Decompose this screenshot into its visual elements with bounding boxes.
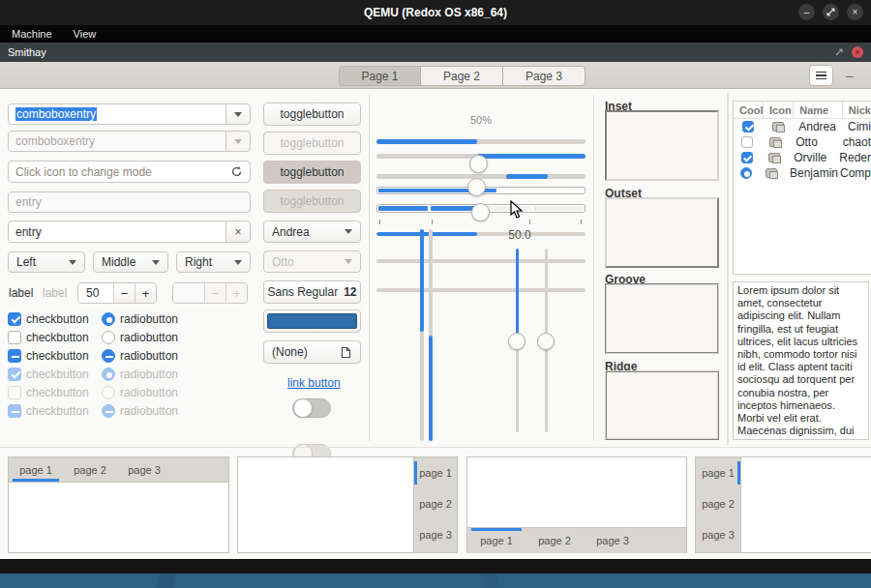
dropdown-right-value: Right [185, 255, 212, 269]
switch-off[interactable] [292, 398, 331, 418]
icon-entry-input[interactable]: Click icon to change mode [8, 161, 251, 183]
compositor-close-icon[interactable]: × [852, 46, 863, 58]
radiobutton-unselected-disabled: radiobutton [102, 386, 178, 399]
nb-bottom-tab-page-1[interactable]: page 1 [467, 528, 526, 553]
radio-selected-icon[interactable] [102, 312, 115, 326]
spin-increment-button[interactable]: + [135, 283, 156, 303]
compositor-resize-icon[interactable] [834, 47, 844, 57]
treeview[interactable]: Cool Icon Name Nick Andrea Cimi Otto cha… [733, 101, 871, 275]
progressbar-ltr [376, 139, 586, 144]
notebook-tabs-top: page 1 page 2 page 3 [8, 456, 229, 553]
table-row[interactable]: Benjamin Comp [734, 165, 871, 181]
tree-col-cool[interactable]: Cool [734, 102, 764, 118]
nb-top-tab-page-2[interactable]: page 2 [63, 457, 117, 482]
checkbutton-checked[interactable]: checkbutton [8, 312, 102, 326]
checkbox-checked-icon[interactable] [8, 312, 21, 326]
tab-page-2[interactable]: Page 2 [421, 66, 503, 86]
table-row[interactable]: Orville Reder [734, 150, 871, 165]
checkbox-checked-icon[interactable] [742, 121, 754, 132]
tab-page-3[interactable]: Page 3 [503, 66, 586, 86]
nb-top-content [9, 483, 228, 552]
scale-mark [379, 220, 380, 224]
scale-value-label: 50.0 [500, 228, 539, 242]
nb-bottom-tab-page-3[interactable]: page 3 [584, 528, 642, 553]
spin-decrement-button-disabled: − [204, 283, 225, 303]
radio-mixed-icon [102, 404, 115, 418]
nb-left-tab-page-2[interactable]: page 2 [696, 488, 740, 519]
hscale-1-track[interactable] [376, 232, 586, 236]
menu-machine[interactable]: Machine [12, 28, 52, 40]
checkbutton-unchecked[interactable]: checkbutton [8, 331, 102, 344]
close-icon: × [234, 225, 241, 239]
nb-right-tab-page-2[interactable]: page 2 [414, 488, 457, 519]
spinbutton-value[interactable]: 50 [78, 283, 113, 303]
chevron-down-icon [152, 260, 160, 265]
tree-col-name[interactable]: Name [794, 102, 843, 118]
nb-left-tab-page-3[interactable]: page 3 [696, 519, 740, 550]
chevron-down-icon [69, 260, 76, 265]
radio-unselected-icon[interactable] [102, 331, 115, 344]
togglebutton-normal[interactable]: togglebutton [263, 103, 361, 126]
hscale-2-track[interactable] [376, 259, 586, 263]
checkbox-checked-icon[interactable] [741, 152, 753, 163]
checkbutton-mixed-disabled: checkbutton [8, 404, 102, 418]
menu-view[interactable]: View [74, 28, 97, 40]
radio-mixed-icon[interactable] [102, 349, 115, 363]
tab-page-1[interactable]: Page 1 [339, 66, 421, 86]
entry-input[interactable]: entry [8, 220, 226, 243]
checkbox-unchecked-icon[interactable] [8, 331, 21, 344]
radiobutton-selected[interactable]: radiobutton [102, 312, 178, 326]
dropdown-left[interactable]: Left [8, 251, 85, 273]
scale-mark [432, 220, 433, 224]
notebook-left-strip: page 1 page 2 page 3 [696, 457, 741, 552]
hscale-3-track[interactable] [376, 288, 586, 292]
table-row[interactable]: Otto chaot [734, 134, 871, 150]
nb-right-tab-page-3[interactable]: page 3 [414, 519, 457, 550]
hscale-2-knob[interactable] [467, 178, 486, 196]
togglebutton-active[interactable]: togglebutton [263, 161, 361, 184]
switch-knob[interactable] [293, 398, 313, 418]
dropdown-middle[interactable]: Middle [93, 251, 168, 273]
dropdown-right[interactable]: Right [176, 251, 251, 273]
vscale-1-knob[interactable] [508, 333, 526, 350]
tree-col-icon[interactable]: Icon [764, 102, 794, 118]
radiobutton-mixed-disabled: radiobutton [102, 404, 178, 418]
nb-left-tab-page-1[interactable]: page 1 [696, 457, 740, 488]
hscale-3-knob[interactable] [471, 203, 490, 221]
entry-clear-button[interactable]: × [225, 220, 251, 243]
checkbutton-mixed[interactable]: checkbutton [8, 349, 102, 363]
combobox-entry-input[interactable]: comboboxentry [8, 103, 226, 125]
compositor-titlebar: Smithay × [0, 43, 871, 62]
window-close-icon[interactable]: × [847, 4, 863, 20]
app-chooser-button[interactable]: (None) [263, 340, 361, 364]
change-mode-icon[interactable] [230, 165, 243, 178]
hscale-1-knob[interactable] [469, 155, 488, 173]
combobox-entry-disabled-dropdown-button [225, 131, 251, 152]
headerbar-minimize-icon[interactable]: – [846, 68, 854, 83]
link-button[interactable]: link button [287, 376, 341, 390]
spin-decrement-button[interactable]: − [113, 283, 135, 303]
nb-top-tab-page-1[interactable]: page 1 [9, 457, 63, 482]
notebook-bottom-strip: page 1 page 2 page 3 [467, 527, 686, 553]
nb-bottom-tab-page-2[interactable]: page 2 [526, 528, 584, 553]
radiobutton-mixed[interactable]: radiobutton [102, 349, 178, 363]
color-button[interactable] [263, 309, 361, 333]
hamburger-menu-button[interactable] [809, 65, 833, 86]
radiobutton-unselected[interactable]: radiobutton [102, 331, 178, 344]
checkbox-mixed-icon[interactable] [8, 349, 21, 363]
tree-col-nick[interactable]: Nick [843, 102, 871, 118]
vscale-2-knob[interactable] [537, 333, 555, 350]
table-row[interactable]: Andrea Cimi [734, 119, 871, 134]
window-restore-icon[interactable] [823, 4, 839, 20]
radio-selected-icon[interactable] [740, 167, 752, 179]
name-combobox[interactable]: Andrea [263, 220, 361, 243]
window-minimize-icon[interactable]: – [798, 4, 815, 20]
spinbutton[interactable]: 50 − + [77, 282, 157, 304]
font-button[interactable]: Sans Regular 12 [263, 280, 361, 304]
lorem-textview[interactable]: Lorem ipsum dolor sit amet, consectetur … [733, 281, 869, 440]
checkbox-unchecked-icon[interactable] [741, 136, 753, 148]
checkbutton-unchecked-disabled: checkbutton [8, 386, 102, 399]
nb-top-tab-page-3[interactable]: page 3 [117, 457, 171, 482]
combobox-entry-dropdown-button[interactable] [225, 103, 251, 125]
nb-right-tab-page-1[interactable]: page 1 [414, 457, 457, 488]
